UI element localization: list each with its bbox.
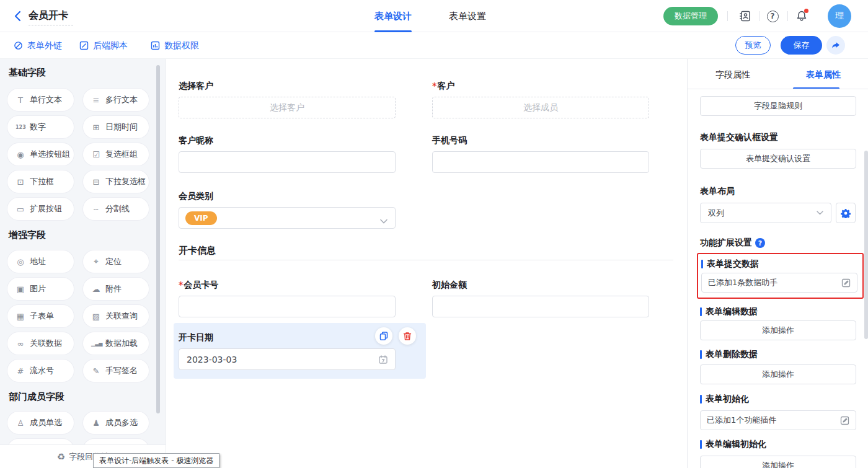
notification-button[interactable] <box>794 9 809 24</box>
palette-item-signature[interactable]: ✎手写签名 <box>83 360 149 382</box>
form-init-config[interactable]: 已添加1个功能插件 <box>700 410 856 430</box>
palette-item-dropdown[interactable]: ⊡下拉框 <box>7 170 74 193</box>
field-nickname[interactable]: 客户昵称 <box>179 135 396 173</box>
palette-item-attachment[interactable]: ☁附件 <box>83 278 149 300</box>
palette-item-extend-button[interactable]: ▭扩展按钮 <box>7 198 74 220</box>
divider <box>727 11 728 21</box>
sub-toolbar: 表单外链 后端脚本 数据权限 预览 保存 <box>0 32 868 59</box>
amount-input[interactable] <box>432 296 649 317</box>
external-link-label: 表单外链 <box>27 40 62 51</box>
backend-script-button[interactable]: 后端脚本 <box>79 32 128 59</box>
form-canvas[interactable]: 选择客户 选择客户 *客户 选择成员 客户昵称 手机号码 会员类别 VIP 开卡… <box>166 59 687 468</box>
palette-item-dropdown-multi[interactable]: ⊟下拉复选框 <box>83 170 149 193</box>
sidebar-scrollbar[interactable] <box>156 65 160 413</box>
layout-select[interactable]: 双列 <box>700 203 831 223</box>
tab-field-properties[interactable]: 字段属性 <box>688 65 778 89</box>
card-no-input[interactable] <box>179 296 396 317</box>
open-date-input[interactable]: 2023-03-03 <box>179 348 396 370</box>
palette-item-data-load[interactable]: ▁▃▅数据加载 <box>83 332 149 355</box>
data-manage-button[interactable]: 数据管理 <box>663 7 718 25</box>
palette-label: 图片 <box>30 283 46 294</box>
tab-form-properties[interactable]: 表单属性 <box>778 65 868 89</box>
section-form-init: 表单初始化 <box>700 394 749 405</box>
customer-input[interactable]: 选择成员 <box>432 97 649 118</box>
question-circle-icon: ? <box>767 11 779 22</box>
form-title[interactable]: 会员开卡 <box>29 9 68 22</box>
panel-tabs: 字段属性 表单属性 <box>688 65 868 89</box>
group-title-enhanced: 增强字段 <box>9 229 46 241</box>
highlight-red-box: 表单提交数据 已添加1条数据助手 <box>697 253 864 299</box>
back-button[interactable] <box>12 10 24 22</box>
serial-number-icon: # <box>16 366 25 376</box>
checkbox-icon: ☑ <box>91 150 101 159</box>
palette-item-address[interactable]: ◎地址 <box>7 250 74 273</box>
location-target-icon: ⌖ <box>91 257 101 267</box>
section-delete-data: 表单删除数据 <box>700 349 758 360</box>
field-member-type[interactable]: 会员类别 VIP <box>179 191 396 229</box>
help-button[interactable]: ? <box>765 9 780 24</box>
edit-init-add-button[interactable]: 添加操作 <box>700 456 856 468</box>
subform-icon: ▦ <box>16 312 25 321</box>
external-link-button[interactable]: 表单外链 <box>14 32 62 59</box>
extension-settings-title: 功能扩展设置 ? <box>700 237 765 249</box>
tab-form-design[interactable]: 表单设计 <box>374 0 412 32</box>
selected-field-open-date[interactable]: 开卡日期 2023-03-03 <box>174 323 426 379</box>
palette-item-multi-line-text[interactable]: ≡多行文本 <box>83 89 149 111</box>
nickname-input[interactable] <box>179 151 396 173</box>
help-circle-icon[interactable]: ? <box>755 238 765 248</box>
layout-gear-button[interactable] <box>836 203 856 223</box>
palette-label: 单行文本 <box>30 94 62 105</box>
palette-label: 成员多选 <box>105 417 138 428</box>
section-edit-data: 表单编辑数据 <box>700 306 758 317</box>
delete-data-add-button[interactable]: 添加操作 <box>700 364 856 384</box>
field-phone[interactable]: 手机号码 <box>432 135 649 173</box>
palette-item-linked-data[interactable]: ∞关联数据 <box>7 332 74 355</box>
submit-data-config[interactable]: 已添加1条数据助手 <box>701 273 857 293</box>
contact-book-button[interactable] <box>738 9 753 24</box>
palette-item-image[interactable]: ▣图片 <box>7 278 74 300</box>
panel-scrollbar[interactable] <box>864 151 868 339</box>
delete-field-button[interactable] <box>399 327 416 345</box>
data-permission-button[interactable]: 数据权限 <box>151 32 199 59</box>
tab-form-settings[interactable]: 表单设置 <box>449 0 486 32</box>
palette-item-radio-group[interactable]: ◉单选按钮组 <box>7 143 74 166</box>
phone-input[interactable] <box>432 151 649 173</box>
copy-field-button[interactable] <box>375 327 392 345</box>
palette-item-subform[interactable]: ▦子表单 <box>7 305 74 327</box>
palette-item-divider[interactable]: ╌分割线 <box>83 198 149 220</box>
field-customer-picker[interactable]: 选择客户 选择客户 <box>179 81 396 118</box>
vip-tag: VIP <box>185 211 217 225</box>
palette-item-number[interactable]: 123数字 <box>7 116 74 138</box>
section-submit-data: 表单提交数据 <box>701 258 759 270</box>
field-visibility-rules-button[interactable]: 字段显隐规则 <box>700 96 856 116</box>
edit-icon <box>841 278 851 288</box>
header-tabs: 表单设计 表单设置 <box>374 0 486 32</box>
edit-data-add-button[interactable]: 添加操作 <box>700 320 856 340</box>
palette-item-member-multi[interactable]: ♟成员多选 <box>83 412 149 434</box>
palette-label: 数字 <box>30 121 46 133</box>
palette-item-serial-number[interactable]: #流水号 <box>7 360 74 382</box>
member-type-select[interactable]: VIP <box>179 207 396 229</box>
palette-label: 地址 <box>30 256 46 267</box>
properties-panel: 字段属性 表单属性 字段显隐规则 表单提交确认框设置 表单提交确认设置 表单布局… <box>687 59 868 468</box>
palette-item-single-line-text[interactable]: T单行文本 <box>7 89 74 111</box>
field-customer[interactable]: *客户 选择成员 <box>432 81 649 118</box>
customer-picker-input[interactable]: 选择客户 <box>179 97 396 118</box>
field-amount[interactable]: 初始金额 <box>432 280 649 317</box>
field-label: 会员类别 <box>179 191 396 203</box>
palette-label: 子表单 <box>30 311 54 322</box>
submit-confirm-settings-button[interactable]: 表单提交确认设置 <box>700 149 856 169</box>
required-mark: * <box>432 81 436 91</box>
palette-item-checkbox-group[interactable]: ☑复选框组 <box>83 143 149 166</box>
palette-item-datetime[interactable]: ⊞日期时间 <box>83 116 149 138</box>
preview-button[interactable]: 预览 <box>735 36 771 55</box>
palette-item-member-single[interactable]: ♙成员单选 <box>7 412 74 434</box>
field-label: *客户 <box>432 81 649 93</box>
field-card-no[interactable]: *会员卡号 <box>179 280 396 317</box>
palette-item-linked-query[interactable]: ▨关联查询 <box>83 305 149 327</box>
share-button[interactable] <box>826 36 845 55</box>
avatar[interactable]: 理 <box>828 4 851 28</box>
palette-item-location[interactable]: ⌖定位 <box>83 250 149 273</box>
panel-divider <box>688 89 868 89</box>
save-button[interactable]: 保存 <box>781 36 822 55</box>
